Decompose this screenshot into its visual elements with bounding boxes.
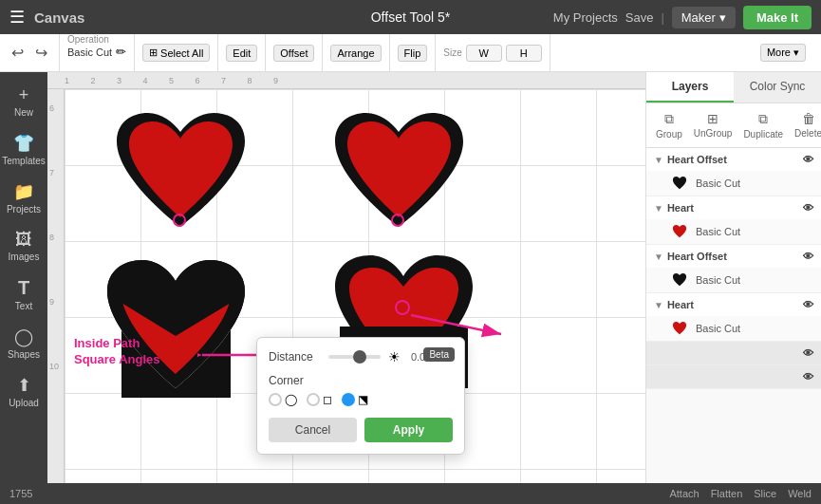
layer-group-1-name: Heart Offset	[667, 154, 727, 165]
my-projects-btn[interactable]: My Projects	[553, 10, 618, 25]
corner-sharp-option[interactable]: ⬔	[342, 393, 368, 406]
distance-slider[interactable]	[328, 355, 381, 359]
toolbar: ↩ ↪ Operation Basic Cut ✏ ⊞ Select All E…	[0, 34, 821, 72]
layer-item-3-1[interactable]: Basic Cut	[646, 268, 821, 292]
group-icon: ⧉	[664, 111, 674, 127]
ungroup-btn[interactable]: ⊞ UnGroup	[688, 109, 738, 141]
edit-pencil-btn[interactable]: ✏	[116, 45, 126, 59]
sidebar-label-shapes: Shapes	[8, 349, 40, 360]
layer-group-5-header[interactable]: 👁	[646, 342, 821, 364]
eye-icon-1[interactable]: 👁	[803, 154, 813, 165]
layer-item-1-1[interactable]: Basic Cut	[646, 171, 821, 196]
apply-button[interactable]: Apply	[364, 418, 453, 442]
layer-item-2-1[interactable]: Basic Cut	[646, 219, 821, 244]
height-field[interactable]	[506, 45, 542, 62]
sidebar-item-upload[interactable]: ⬆ Upload	[2, 369, 46, 414]
width-field[interactable]	[466, 45, 502, 62]
tab-layers[interactable]: Layers	[646, 72, 734, 103]
layer-group-1-header[interactable]: ▼ Heart Offset 👁	[646, 148, 821, 171]
offset-popup: Beta Distance ☀ 0.097 in Corner	[256, 337, 465, 455]
sharp-corner-icon: ⬔	[358, 393, 368, 406]
layer-group-2-header[interactable]: ▼ Heart 👁	[646, 196, 821, 219]
undo-btn[interactable]: ↩	[8, 42, 28, 64]
size-label: Size	[443, 47, 461, 58]
group-btn[interactable]: ⧉ Group	[650, 109, 688, 141]
sidebar-item-new[interactable]: + New	[2, 80, 46, 123]
eye-icon-5[interactable]: 👁	[803, 347, 813, 359]
redo-btn[interactable]: ↪	[31, 42, 51, 64]
corner-sharp-radio[interactable]	[342, 393, 355, 406]
duplicate-btn[interactable]: ⧉ Duplicate	[737, 109, 789, 141]
layer-group-3-header[interactable]: ▼ Heart Offset 👁	[646, 245, 821, 268]
layer-group-2-name: Heart	[667, 202, 694, 214]
nav-divider: |	[661, 10, 663, 25]
right-panel: Layers Color Sync ⧉ Group ⊞ UnGroup ⧉ Du…	[645, 72, 821, 483]
layer-item-4-1[interactable]: Basic Cut	[646, 316, 821, 341]
save-btn[interactable]: Save	[625, 10, 654, 25]
maker-btn[interactable]: Maker ▾	[672, 7, 736, 28]
layer-item-1-1-label: Basic Cut	[696, 177, 740, 189]
corner-round-radio[interactable]	[269, 393, 282, 406]
canvas-content[interactable]: Inside PathSquare Angles	[65, 89, 645, 483]
images-icon: 🖼	[15, 230, 32, 250]
layer-item-3-1-label: Basic Cut	[696, 274, 740, 286]
sidebar-item-images[interactable]: 🖼 Images	[2, 224, 46, 268]
duplicate-label: Duplicate	[743, 129, 783, 140]
corner-flat-radio[interactable]	[307, 393, 320, 406]
sidebar-label-templates: Templates	[2, 156, 46, 166]
attach-btn[interactable]: Attach	[669, 488, 699, 499]
menu-icon[interactable]: ☰	[9, 7, 25, 28]
duplicate-icon: ⧉	[758, 111, 768, 127]
chevron-icon-1: ▼	[654, 155, 663, 165]
arrange-btn[interactable]: Arrange	[330, 45, 381, 62]
layer-thumb-4-1	[669, 320, 690, 337]
cancel-button[interactable]: Cancel	[269, 418, 357, 442]
pink-marker-tr	[391, 214, 404, 227]
ungroup-icon: ⊞	[707, 111, 718, 126]
select-all-btn[interactable]: ⊞ Select All	[142, 44, 210, 62]
delete-btn[interactable]: 🗑 Delete	[789, 109, 821, 141]
doc-title: Offset Tool 5*	[371, 9, 451, 25]
sidebar-item-shapes[interactable]: ◯ Shapes	[2, 321, 46, 365]
layer-group-3: ▼ Heart Offset 👁 Basic Cut	[646, 245, 821, 293]
flip-btn[interactable]: Flip	[398, 45, 428, 62]
tab-color-sync[interactable]: Color Sync	[734, 72, 821, 103]
flatten-btn[interactable]: Flatten	[711, 488, 743, 499]
make-it-btn[interactable]: Make It	[743, 6, 812, 29]
annotation-text: Inside PathSquare Angles	[74, 336, 160, 368]
layer-group-4: ▼ Heart 👁 Basic Cut	[646, 293, 821, 342]
sidebar-item-text[interactable]: T Text	[2, 271, 46, 317]
group-label: Group	[656, 129, 682, 140]
distance-label: Distance	[269, 350, 321, 364]
sidebar-label-text: Text	[15, 301, 32, 311]
heart-top-left[interactable]	[112, 108, 250, 240]
app-title: Canvas	[34, 9, 84, 26]
layer-group-1: ▼ Heart Offset 👁 Basic Cut	[646, 148, 821, 196]
more-btn[interactable]: More ▾	[760, 44, 806, 62]
sidebar-item-templates[interactable]: 👕 Templates	[2, 127, 46, 172]
eye-icon-2[interactable]: 👁	[803, 202, 813, 214]
eye-icon-3[interactable]: 👁	[803, 251, 813, 262]
offset-btn[interactable]: Offset	[273, 45, 314, 62]
flat-corner-icon: ◻	[323, 393, 332, 406]
layer-group-6-header[interactable]: 👁	[646, 365, 821, 388]
sidebar-item-projects[interactable]: 📁 Projects	[2, 176, 46, 220]
heart-top-right[interactable]	[330, 108, 468, 240]
new-icon: +	[19, 85, 29, 105]
layer-group-4-header[interactable]: ▼ Heart 👁	[646, 293, 821, 316]
eye-icon-6[interactable]: 👁	[803, 371, 813, 383]
slice-btn[interactable]: Slice	[754, 488, 776, 499]
corner-flat-option[interactable]: ◻	[307, 393, 332, 406]
canvas-area[interactable]: 1 2 3 4 5 6 7 8 9 6 7 8 9 10	[47, 72, 645, 483]
svg-line-4	[411, 315, 501, 334]
weld-btn[interactable]: Weld	[788, 488, 812, 499]
round-corner-icon: ◯	[285, 393, 297, 406]
beta-badge: Beta	[423, 347, 455, 362]
eye-icon-4[interactable]: 👁	[803, 299, 813, 310]
corner-round-option[interactable]: ◯	[269, 393, 297, 406]
pink-marker-tl	[173, 214, 186, 227]
edit-btn[interactable]: Edit	[226, 45, 257, 62]
topbar: ☰ Canvas Offset Tool 5* My Projects Save…	[0, 0, 821, 34]
heart-bottom-left[interactable]: Inside PathSquare Angles	[103, 255, 250, 401]
panel-tabs: Layers Color Sync	[646, 72, 821, 103]
